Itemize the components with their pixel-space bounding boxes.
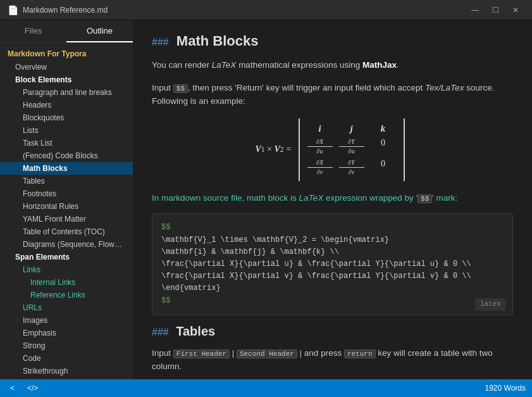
matrix-zero-1: 0 xyxy=(371,138,396,155)
sidebar-section-title: Markdown For Typora xyxy=(0,46,133,61)
main-layout: Files Outline Markdown For Typora Overvi… xyxy=(0,20,532,379)
code-line-3: \mathbf{i} & \mathbf{j} & \mathbf{k} \\ xyxy=(161,246,504,258)
sidebar-item-lists[interactable]: Lists xyxy=(0,124,133,137)
math-para1: You can render LaTeX mathematical expres… xyxy=(152,58,513,72)
sidebar-item-code[interactable]: Code xyxy=(0,352,133,365)
matrix-k: k xyxy=(371,123,396,134)
sidebar-tabs: Files Outline xyxy=(0,20,133,43)
matrix-i: i xyxy=(307,123,333,134)
code-line-1: $$ xyxy=(161,222,504,234)
sidebar-item-code-blocks[interactable]: (Fenced) Code Blocks xyxy=(0,149,133,162)
sidebar-item-internal-links[interactable]: Internal Links xyxy=(0,276,133,289)
sidebar-item-footnotes[interactable]: Footnotes xyxy=(0,187,133,200)
sidebar-item-images[interactable]: Images xyxy=(0,314,133,327)
close-button[interactable]: ✕ xyxy=(507,1,524,19)
sidebar-item-toc[interactable]: Table of Contents (TOC) xyxy=(0,225,133,238)
sidebar-item-horizontal-rules[interactable]: Horizontal Rules xyxy=(0,200,133,213)
code-line-5: \frac{\partial X}{\partial v} & \frac{\p… xyxy=(161,270,504,282)
sidebar-item-strong[interactable]: Strong xyxy=(0,339,133,352)
matrix-dX-du: ∂X ∂u xyxy=(307,138,333,155)
sidebar-item-span-elements[interactable]: Span Elements xyxy=(0,251,133,263)
sidebar-item-headers[interactable]: Headers xyxy=(0,99,133,111)
math-para2: Input $$, then press 'Return' key will t… xyxy=(152,81,513,108)
math-matrix: i j k ∂X ∂u ∂Y ∂u 0 ∂X ∂v xyxy=(299,118,405,181)
sidebar-item-tables[interactable]: Tables xyxy=(0,175,133,187)
heading-text: Math Blocks xyxy=(176,33,259,49)
matrix-zero-2: 0 xyxy=(371,159,396,176)
latex-lang-label: latex xyxy=(475,298,506,311)
minimize-button[interactable]: — xyxy=(466,1,484,19)
sidebar-item-math-blocks[interactable]: Math Blocks xyxy=(0,162,133,175)
math-blocks-heading: ### Math Blocks xyxy=(152,33,513,49)
sidebar-item-yaml[interactable]: YAML Front Matter xyxy=(0,213,133,225)
statusbar: < </> 1920 Words xyxy=(0,379,532,397)
dollar-sign-code: $$ xyxy=(173,84,188,93)
matrix-dY-dv: ∂Y ∂v xyxy=(339,159,364,176)
code-line-7: $$ xyxy=(161,295,504,307)
window-controls: — ☐ ✕ xyxy=(466,1,524,19)
sidebar-content: Markdown For Typora Overview Block Eleme… xyxy=(0,43,133,379)
sidebar-item-paragraph[interactable]: Paragraph and line breaks xyxy=(0,86,133,99)
sidebar: Files Outline Markdown For Typora Overvi… xyxy=(0,20,133,379)
tables-hash: ### xyxy=(152,327,169,337)
sidebar-item-urls[interactable]: URLs xyxy=(0,301,133,314)
sidebar-item-reference-links[interactable]: Reference Links xyxy=(0,289,133,301)
matrix-j: j xyxy=(339,123,364,134)
titlebar-title: Markdown Reference.md xyxy=(23,6,466,15)
sidebar-item-block-elements[interactable]: Block Elements xyxy=(0,73,133,86)
statusbar-left: < </> xyxy=(6,382,42,394)
sidebar-item-strikethrough[interactable]: Strikethrough xyxy=(0,365,133,377)
code-bracket-button[interactable]: </> xyxy=(23,382,42,394)
file-icon: 📄 xyxy=(8,5,18,15)
first-header-kbd: First Header xyxy=(173,350,230,358)
code-line-6: \end{vmatrix} xyxy=(161,282,504,294)
matrix-grid: i j k ∂X ∂u ∂Y ∂u 0 ∂X ∂v xyxy=(307,123,396,176)
heading-hash: ### xyxy=(152,37,169,47)
tab-outline[interactable]: Outline xyxy=(66,20,133,42)
word-count: 1920 Words xyxy=(485,384,526,393)
tables-para1: Input First Header | Second Header | and… xyxy=(152,346,513,374)
sidebar-item-diagrams[interactable]: Diagrams (Sequence, Flowchart and Mermai… xyxy=(0,238,133,251)
return-kbd: return xyxy=(344,350,376,358)
matrix-dY-du: ∂Y ∂u xyxy=(339,138,364,155)
sidebar-item-tasklist[interactable]: Task List xyxy=(0,137,133,149)
sidebar-item-blockquotes[interactable]: Blockquotes xyxy=(0,111,133,124)
code-line-2: \mathbf{V}_1 \times \mathbf{V}_2 = \begi… xyxy=(161,234,504,246)
tab-files[interactable]: Files xyxy=(0,20,66,42)
statusbar-right: 1920 Words xyxy=(485,384,526,393)
second-header-kbd: Second Header xyxy=(237,350,297,358)
tables-heading-text: Tables xyxy=(176,324,215,338)
maximize-button[interactable]: ☐ xyxy=(486,1,504,19)
sidebar-item-links[interactable]: Links xyxy=(0,263,133,276)
sidebar-item-overview[interactable]: Overview xyxy=(0,61,133,73)
sidebar-item-emphasis[interactable]: Emphasis xyxy=(0,327,133,339)
tables-heading: ### Tables xyxy=(152,324,513,339)
math-equation-visual: V1 × V2 = i j k ∂X ∂u ∂Y ∂u 0 xyxy=(152,118,513,181)
dollar-source-code: $$ xyxy=(418,194,432,203)
matrix-dX-dv: ∂X ∂v xyxy=(307,159,333,176)
titlebar: 📄 Markdown Reference.md — ☐ ✕ xyxy=(0,0,532,20)
in-source-note: In markdown source file, math block is L… xyxy=(152,191,513,205)
left-angle-button[interactable]: < xyxy=(6,382,18,394)
latex-code-block: $$ \mathbf{V}_1 \times \mathbf{V}_2 = \b… xyxy=(152,213,513,315)
code-line-4: \frac{\partial X}{\partial u} & \frac{\p… xyxy=(161,258,504,270)
content-area[interactable]: ### Math Blocks You can render LaTeX mat… xyxy=(133,20,532,379)
